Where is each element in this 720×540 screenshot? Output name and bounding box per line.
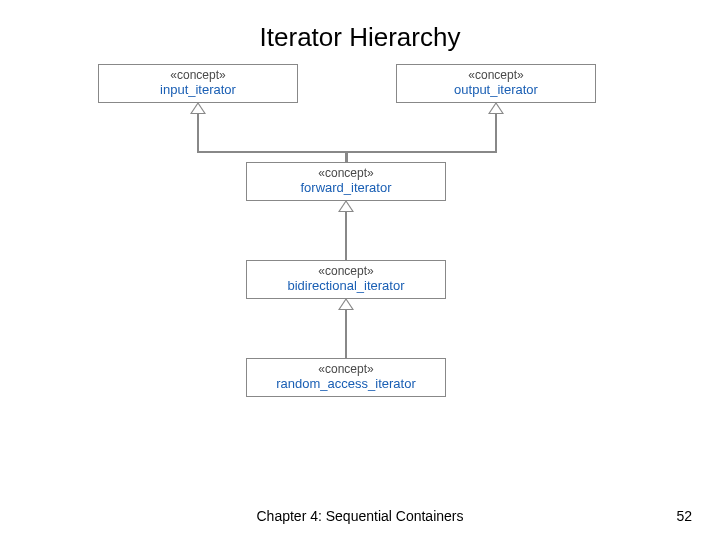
stereotype-label: «concept» (403, 69, 589, 83)
node-name: input_iterator (105, 83, 291, 98)
stereotype-label: «concept» (253, 167, 439, 181)
slide-title: Iterator Hierarchy (0, 22, 720, 53)
uml-diagram: «concept» input_iterator «concept» outpu… (98, 64, 622, 464)
node-forward-iterator: «concept» forward_iterator (246, 162, 446, 201)
node-name: output_iterator (403, 83, 589, 98)
node-name: random_access_iterator (253, 377, 439, 392)
node-name: forward_iterator (253, 181, 439, 196)
stereotype-label: «concept» (253, 363, 439, 377)
footer-page-number: 52 (676, 508, 692, 524)
node-output-iterator: «concept» output_iterator (396, 64, 596, 103)
footer-chapter: Chapter 4: Sequential Containers (0, 508, 720, 524)
node-random-access-iterator: «concept» random_access_iterator (246, 358, 446, 397)
stereotype-label: «concept» (105, 69, 291, 83)
node-name: bidirectional_iterator (253, 279, 439, 294)
node-bidirectional-iterator: «concept» bidirectional_iterator (246, 260, 446, 299)
stereotype-label: «concept» (253, 265, 439, 279)
node-input-iterator: «concept» input_iterator (98, 64, 298, 103)
